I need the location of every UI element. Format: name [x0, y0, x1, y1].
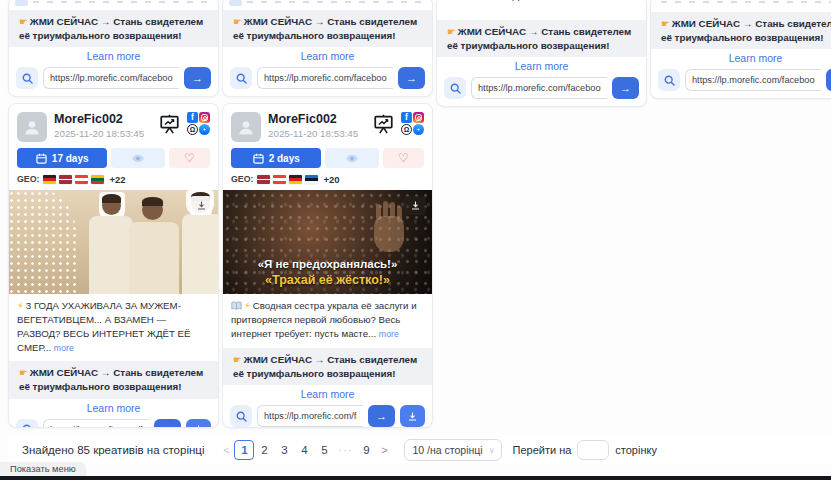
- creative-card-partial-3: ИНТЕРНЕТ ЖДЁТ ЕЁ СМЕР... more ☛ЖМИ СЕЙЧА…: [436, 0, 647, 107]
- prev-page-chevron[interactable]: <: [218, 444, 234, 456]
- messenger-icon: [413, 124, 424, 135]
- man-shirt: [89, 216, 133, 294]
- favorite-button[interactable]: ♡: [169, 148, 210, 168]
- favorite-button[interactable]: ♡: [383, 148, 424, 168]
- header-icons: f Ω: [372, 112, 424, 135]
- goto-page-input[interactable]: [577, 440, 609, 460]
- open-url-button[interactable]: →: [368, 405, 395, 427]
- page-size-select[interactable]: 10 /на сторінці ∨: [404, 439, 502, 461]
- landing-url-input[interactable]: [43, 419, 149, 428]
- preview-button[interactable]: [111, 148, 164, 168]
- next-page-chevron[interactable]: >: [376, 444, 392, 456]
- pagination-bar: Знайдено 85 креативів на сторінці < 1 2 …: [8, 437, 831, 463]
- learn-more-link[interactable]: Learn more: [651, 49, 831, 67]
- learn-more-link[interactable]: Learn more: [231, 385, 424, 403]
- bride-figure: [9, 190, 77, 294]
- search-icon: [235, 410, 248, 423]
- show-menu-button[interactable]: Показать меню: [0, 462, 86, 476]
- learn-more-link[interactable]: Learn more: [437, 57, 646, 75]
- cta-band-text: ЖМИ СЕЙЧАС → Стань свидетелем её триумфа…: [447, 26, 631, 51]
- days-active-label: 17 days: [52, 153, 89, 164]
- search-icon: [449, 82, 462, 95]
- more-link[interactable]: more: [379, 329, 399, 339]
- landing-url-input[interactable]: [43, 67, 179, 89]
- search-button[interactable]: [230, 405, 252, 427]
- open-url-button[interactable]: →: [154, 419, 181, 428]
- search-button[interactable]: [658, 69, 680, 91]
- man-figure: [102, 196, 121, 215]
- facebook-icon: f: [187, 112, 198, 123]
- search-button[interactable]: [230, 67, 252, 89]
- results-count: Знайдено 85 креативів на сторінці: [8, 444, 204, 456]
- lightning-icon: ⚡: [17, 300, 24, 311]
- clipped-card-top: [9, 0, 218, 10]
- learn-more-link[interactable]: Learn more: [17, 399, 210, 417]
- landing-url-input[interactable]: [685, 69, 821, 91]
- clipped-card-top: ИНТЕРНЕТ ЖДЁТ ЕЁ СМЕР... more: [437, 0, 646, 20]
- arrow-right-icon: →: [162, 424, 173, 428]
- geo-more-count[interactable]: +20: [323, 174, 339, 185]
- search-icon: [663, 74, 676, 87]
- landing-url-input[interactable]: [257, 405, 363, 427]
- open-url-button[interactable]: →: [826, 69, 831, 91]
- search-icon: [21, 72, 34, 85]
- learn-more-link[interactable]: Learn more: [9, 47, 218, 65]
- card-meta: MoreFic002 2025-11-20 18:53:45: [47, 112, 158, 140]
- eye-icon: [131, 154, 145, 163]
- caption-line-1: «Я не предохранялась!»: [223, 257, 432, 272]
- preview-button[interactable]: [325, 148, 378, 168]
- pointing-hand-icon: ☛: [233, 16, 242, 27]
- book-icon: [231, 301, 242, 310]
- analytics-chart-icon[interactable]: [158, 113, 181, 135]
- download-creative-button[interactable]: [400, 405, 425, 427]
- card-header: MoreFic002 2025-11-20 18:53:45 f Ω: [231, 112, 424, 142]
- geo-label: GEO:: [17, 174, 39, 184]
- open-url-button[interactable]: →: [184, 67, 211, 89]
- search-button[interactable]: [444, 77, 466, 99]
- pages-ellipsis[interactable]: ···: [334, 444, 356, 456]
- geo-more-count[interactable]: +22: [109, 174, 125, 185]
- advertiser-name[interactable]: MoreFic002: [268, 112, 372, 127]
- advertiser-name[interactable]: MoreFic002: [54, 112, 158, 127]
- cta-band: ☛ЖМИ СЕЙЧАС → Стань свидетелем её триумф…: [651, 12, 831, 49]
- card-actions: 17 days ♡: [17, 148, 210, 168]
- more-link[interactable]: more: [587, 0, 608, 1]
- url-row: →: [444, 77, 639, 99]
- header-icons: f Ω: [158, 112, 210, 135]
- more-link[interactable]: more: [54, 343, 74, 353]
- creative-body-text: ⚡3 ГОДА УХАЖИВАЛА ЗА МУЖЕМ-ВЕГЕТАТИВЦЕМ.…: [17, 299, 210, 355]
- cta-band: ☛ЖМИ СЕЙЧАС → Стань свидетелем её триумф…: [9, 361, 218, 398]
- page-button-2[interactable]: 2: [254, 444, 274, 456]
- page-button-1-active[interactable]: 1: [234, 440, 254, 460]
- days-active-button[interactable]: 17 days: [17, 148, 107, 168]
- page-button-5[interactable]: 5: [314, 444, 334, 456]
- open-url-button[interactable]: →: [398, 67, 425, 89]
- creative-image[interactable]: «Я не предохранялась!» «Трахай её жёстко…: [223, 190, 432, 294]
- open-url-button[interactable]: →: [612, 77, 639, 99]
- days-active-button[interactable]: 2 days: [231, 148, 321, 168]
- analytics-chart-icon[interactable]: [372, 113, 395, 135]
- landing-url-input[interactable]: [257, 67, 393, 89]
- download-creative-button[interactable]: [186, 419, 211, 428]
- cta-band: ☛ЖМИ СЕЙЧАС → Стань свидетелем её триумф…: [223, 10, 432, 47]
- download-image-button[interactable]: [404, 196, 426, 215]
- page-button-4[interactable]: 4: [294, 444, 314, 456]
- page-button-3[interactable]: 3: [274, 444, 294, 456]
- search-icon: [235, 72, 248, 85]
- download-icon: [193, 424, 204, 428]
- learn-more-link[interactable]: Learn more: [223, 47, 432, 65]
- landing-url-input[interactable]: [471, 77, 607, 99]
- creative-image[interactable]: [9, 190, 218, 294]
- download-image-button[interactable]: [190, 196, 212, 215]
- cta-band: ☛ЖМИ СЕЙЧАС → Стань свидетелем её триумф…: [223, 348, 432, 385]
- clipped-card-top: [651, 0, 831, 12]
- calendar-icon: [253, 153, 264, 164]
- flag-lv: [59, 175, 72, 184]
- page-button-9[interactable]: 9: [356, 444, 376, 456]
- arrow-right-icon: →: [620, 82, 631, 94]
- cta-band: ☛ЖМИ СЕЙЧАС → Стань свидетелем её триумф…: [437, 20, 646, 57]
- search-button[interactable]: [16, 419, 38, 428]
- download-icon: [410, 200, 421, 211]
- search-button[interactable]: [16, 67, 38, 89]
- url-row: →: [230, 405, 425, 427]
